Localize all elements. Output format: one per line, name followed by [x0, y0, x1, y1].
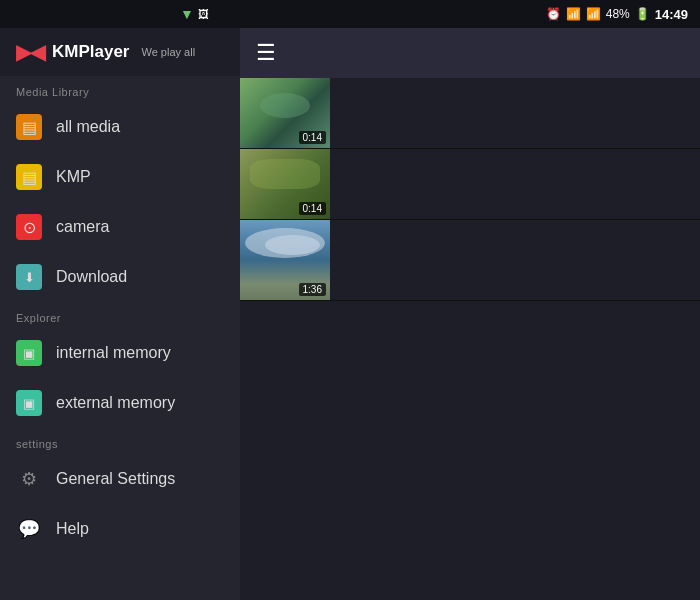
sidebar-item-general-settings[interactable]: ⚙ General Settings [0, 454, 240, 504]
status-right-icons: ⏰ 📶 📶 48% 🔋 14:49 [546, 7, 688, 22]
image-icon: 🖼 [198, 8, 209, 20]
all-media-label: all media [56, 118, 224, 136]
video-list: 0:14 0:14 1:36 [240, 78, 700, 600]
sidebar-item-all-media[interactable]: ▤ all media [0, 102, 240, 152]
sidebar-item-external-memory[interactable]: ▣ external memory [0, 378, 240, 428]
video-item[interactable]: 0:14 [240, 149, 700, 220]
wifi-signal-icon: 📶 [566, 7, 581, 21]
battery-icon: 🔋 [635, 7, 650, 21]
status-left-icons: ▼ 🖼 [0, 6, 209, 22]
help-label: Help [56, 520, 224, 538]
media-library-label: Media Library [0, 76, 240, 102]
settings-label: settings [0, 428, 240, 454]
alarm-icon: ⏰ [546, 7, 561, 21]
hamburger-button[interactable]: ☰ [256, 40, 276, 66]
kmp-label: KMP [56, 168, 224, 186]
sidebar-item-camera[interactable]: ⊙ camera [0, 202, 240, 252]
app-tagline: We play all [141, 46, 195, 58]
internal-memory-label: internal memory [56, 344, 224, 362]
kmp-icon: ▤ [16, 164, 42, 190]
sidebar: ▶◀ KMPlayer We play all Media Library ▤ … [0, 28, 240, 600]
toolbar: ☰ [240, 28, 700, 78]
general-settings-icon: ⚙ [16, 466, 42, 492]
sidebar-item-download[interactable]: ⬇ Download [0, 252, 240, 302]
download-icon: ⬇ [16, 264, 42, 290]
logo-icon: ▶◀ [16, 40, 44, 64]
video-item[interactable]: 0:14 [240, 78, 700, 149]
explorer-label: Explorer [0, 302, 240, 328]
general-settings-label: General Settings [56, 470, 224, 488]
right-panel: ☰ 0:14 0:14 1:36 [240, 28, 700, 600]
help-icon: 💬 [16, 516, 42, 542]
video-duration: 0:14 [299, 131, 326, 144]
video-thumbnail: 0:14 [240, 149, 330, 219]
app-name: KMPlayer [52, 42, 129, 62]
camera-label: camera [56, 218, 224, 236]
battery-percent: 48% [606, 7, 630, 21]
wifi-icon: ▼ [180, 6, 194, 22]
external-memory-icon: ▣ [16, 390, 42, 416]
external-memory-label: external memory [56, 394, 224, 412]
cellular-icon: 📶 [586, 7, 601, 21]
sidebar-item-internal-memory[interactable]: ▣ internal memory [0, 328, 240, 378]
video-thumbnail: 1:36 [240, 220, 330, 300]
video-thumbnail: 0:14 [240, 78, 330, 148]
clock: 14:49 [655, 7, 688, 22]
video-item[interactable]: 1:36 [240, 220, 700, 301]
video-duration: 0:14 [299, 202, 326, 215]
download-label: Download [56, 268, 224, 286]
app-header: ▶◀ KMPlayer We play all [0, 28, 240, 76]
video-duration: 1:36 [299, 283, 326, 296]
sidebar-item-help[interactable]: 💬 Help [0, 504, 240, 554]
status-bar: ▼ 🖼 ⏰ 📶 📶 48% 🔋 14:49 [0, 0, 700, 28]
main-layout: ▶◀ KMPlayer We play all Media Library ▤ … [0, 28, 700, 600]
sidebar-item-kmp[interactable]: ▤ KMP [0, 152, 240, 202]
internal-memory-icon: ▣ [16, 340, 42, 366]
all-media-icon: ▤ [16, 114, 42, 140]
camera-icon: ⊙ [16, 214, 42, 240]
